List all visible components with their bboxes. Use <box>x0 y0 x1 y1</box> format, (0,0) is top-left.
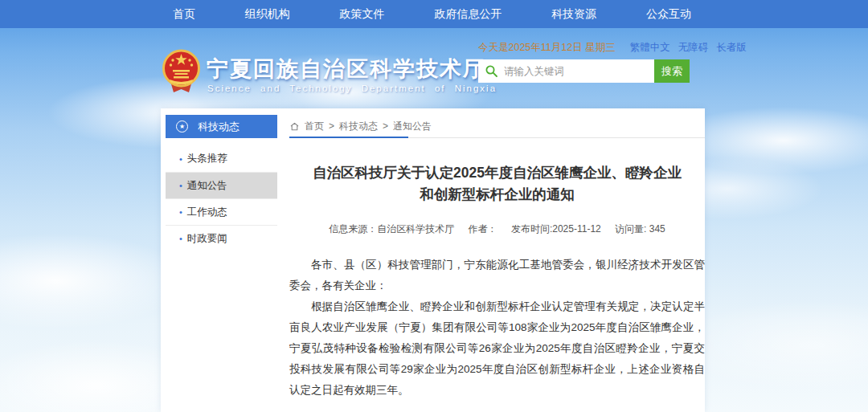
sidebar-menu: • 头条推荐 • 通知公告 • 工作动态 • 时政要闻 <box>166 145 277 251</box>
content-panel: ★ 科技动态 • 头条推荐 • 通知公告 • 工作动态 • 时政要闻 <box>161 108 705 412</box>
search-input[interactable] <box>478 59 654 83</box>
breadcrumb-notices[interactable]: 通知公告 <box>393 120 432 133</box>
breadcrumb-home[interactable]: 首页 <box>305 120 324 133</box>
article-meta: 信息来源：自治区科学技术厅 作者： 发布时间:2025-11-12 访问量: 3… <box>289 222 705 236</box>
paragraph: 根据自治区雏鹰企业、瞪羚企业和创新型标杆企业认定管理有关规定，决定认定半亩良人农… <box>289 296 705 401</box>
sidebar: ★ 科技动态 • 头条推荐 • 通知公告 • 工作动态 • 时政要闻 <box>166 115 277 251</box>
site-subtitle: Science and Technology Department of Nin… <box>207 84 497 93</box>
nav-item-resources[interactable]: 科技资源 <box>551 7 596 22</box>
home-icon <box>289 121 300 132</box>
star-circle-icon: ★ <box>176 120 188 133</box>
search-bar: 搜索 <box>478 59 690 83</box>
site-title: 宁夏回族自治区科学技术厅 <box>207 55 486 84</box>
breadcrumb-tech-trends[interactable]: 科技动态 <box>339 120 378 133</box>
meta-author: 作者： <box>469 223 497 235</box>
nav-item-organization[interactable]: 组织机构 <box>245 7 290 22</box>
meta-views: 访问量: 345 <box>615 223 665 235</box>
breadcrumb-separator: > <box>329 120 334 132</box>
sidebar-item-headlines[interactable]: • 头条推荐 <box>166 145 277 172</box>
topbar-utility: 今天是2025年11月12日 星期三 繁體中文 无障碍 长者版 <box>478 41 702 55</box>
sidebar-item-current-politics[interactable]: • 时政要闻 <box>166 225 277 251</box>
sidebar-item-label: 时政要闻 <box>187 232 227 246</box>
nav-item-policy[interactable]: 政策文件 <box>340 7 385 22</box>
sidebar-item-work-trends[interactable]: • 工作动态 <box>166 198 277 225</box>
search-icon <box>485 64 498 78</box>
main-content: 首页 > 科技动态 > 通知公告 自治区科技厅关于认定2025年度自治区雏鹰企业… <box>289 115 705 412</box>
nav-item-gov-info[interactable]: 政府信息公开 <box>434 7 502 22</box>
nav-item-home[interactable]: 首页 <box>173 7 195 22</box>
nav-item-interaction[interactable]: 公众互动 <box>646 7 691 22</box>
breadcrumb-accent-line <box>289 137 408 138</box>
breadcrumb-separator: > <box>383 120 388 132</box>
current-date: 今天是2025年11月12日 星期三 <box>478 41 616 55</box>
meta-source: 信息来源：自治区科学技术厅 <box>329 223 454 235</box>
paragraph: 各市、县（区）科技管理部门，宁东能源化工基地管委会，银川经济技术开发区管委会，各… <box>289 255 705 296</box>
sidebar-item-notices[interactable]: • 通知公告 <box>166 172 277 198</box>
sidebar-item-label: 头条推荐 <box>187 152 227 165</box>
link-elderly-version[interactable]: 长者版 <box>716 41 747 55</box>
article-body: 各市、县（区）科技管理部门，宁东能源化工基地管委会，银川经济技术开发区管委会，各… <box>289 255 705 401</box>
bullet-icon: • <box>179 234 182 243</box>
sidebar-item-label: 工作动态 <box>187 206 227 219</box>
link-accessibility[interactable]: 无障碍 <box>678 41 709 55</box>
bullet-icon: • <box>179 154 182 164</box>
search-button[interactable]: 搜索 <box>654 59 690 83</box>
bullet-icon: • <box>179 181 182 190</box>
link-traditional-chinese[interactable]: 繁體中文 <box>630 41 670 55</box>
top-nav: 首页 组织机构 政策文件 政府信息公开 科技资源 公众互动 <box>0 0 868 28</box>
sidebar-title: 科技动态 <box>198 120 240 134</box>
article-title: 自治区科技厅关于认定2025年度自治区雏鹰企业、瞪羚企业 和创新型标杆企业的通知 <box>289 162 705 206</box>
sidebar-header: ★ 科技动态 <box>166 115 277 138</box>
page: 首页 组织机构 政策文件 政府信息公开 科技资源 公众互动 宁夏回族自治区科学技… <box>0 0 868 412</box>
breadcrumb: 首页 > 科技动态 > 通知公告 <box>289 115 705 138</box>
meta-publish-date: 发布时间:2025-11-12 <box>511 223 601 235</box>
sidebar-item-label: 通知公告 <box>187 179 227 193</box>
bullet-icon: • <box>179 207 182 217</box>
national-emblem-logo <box>162 47 200 97</box>
